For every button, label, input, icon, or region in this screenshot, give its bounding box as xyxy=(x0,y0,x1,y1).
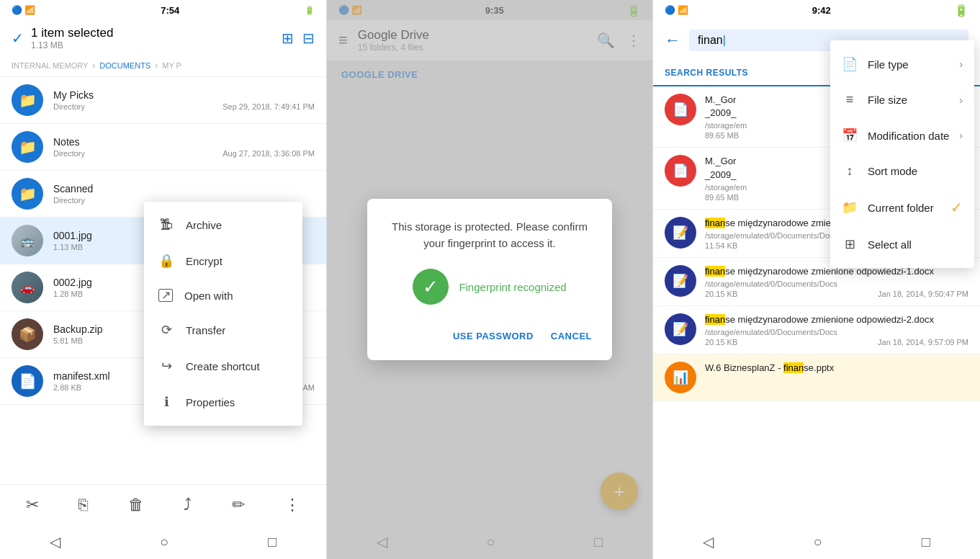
file-size: 1.28 MB xyxy=(53,290,83,298)
menu-label-transfer: Transfer xyxy=(186,324,225,336)
file-info-mypicks: My Picks Directory Sep 29, 2018, 7:49:41… xyxy=(53,89,315,111)
dd-item-modification-date[interactable]: 📅 Modification date › xyxy=(830,117,974,153)
arrow-icon: › xyxy=(959,94,963,106)
highlight-text: finan xyxy=(705,218,725,228)
file-size: 2.88 KB xyxy=(53,383,81,392)
menu-item-encrypt[interactable]: 🔒 Encrypt xyxy=(144,243,302,279)
dd-label-select-all: Select all xyxy=(868,238,912,251)
fingerprint-dialog: This storage is protected. Please confir… xyxy=(367,199,612,360)
menu-item-transfer[interactable]: ⟳ Transfer xyxy=(144,312,302,348)
image-thumb-0002: 🚗 xyxy=(12,272,43,303)
menu-label-properties: Properties xyxy=(186,396,235,408)
selected-size: 1.13 MB xyxy=(31,40,113,50)
highlight-text: finan xyxy=(705,266,725,277)
panel3: 🔵 📶 9:42 🔋 ← finan| SEARCH RESULTS 📄 M._… xyxy=(653,0,980,559)
folder-icon-dd: 📁 xyxy=(842,200,858,215)
menu-label-archive: Archive xyxy=(186,219,222,231)
delete-icon[interactable]: 🗑 xyxy=(128,496,144,514)
cancel-button[interactable]: CANCEL xyxy=(548,325,595,347)
file-name: My Picks xyxy=(53,89,315,101)
dd-label-file-size: File size xyxy=(868,94,907,106)
selection-info: 1 item selected 1.13 MB xyxy=(31,26,113,50)
highlight-text: finan xyxy=(783,362,804,373)
dd-item-sort-mode[interactable]: ↕ Sort mode xyxy=(830,153,974,189)
dd-label-current-folder: Current folder xyxy=(868,202,934,214)
folder-icon-notes: 📁 xyxy=(12,131,43,163)
menu-item-archive[interactable]: 🗜 Archive xyxy=(144,207,302,243)
use-password-button[interactable]: USE PASSWORD xyxy=(450,325,536,347)
copy-icon[interactable]: ⎘ xyxy=(78,496,88,514)
ppt-avatar-6: 📊 xyxy=(665,362,696,393)
more-icon[interactable]: ⋮ xyxy=(284,496,300,514)
file-type: Directory xyxy=(53,102,85,111)
arrow-icon: › xyxy=(959,58,963,70)
breadcrumb-documents[interactable]: DOCUMENTS xyxy=(99,61,150,70)
recents-nav-icon[interactable]: □ xyxy=(268,534,277,550)
edit-icon[interactable]: ✏ xyxy=(232,496,245,514)
back-nav-icon-3[interactable]: ◁ xyxy=(703,533,714,550)
result-meta-5: 20.15 KB Jan 18, 2014, 9:57:09 PM xyxy=(705,338,968,346)
image-thumb-0001: 🚌 xyxy=(12,225,43,256)
dd-left: ≡ File size xyxy=(842,92,907,107)
bottom-toolbar: ✂ ⎘ 🗑 ⤴ ✏ ⋮ xyxy=(0,484,326,524)
fingerprint-success-icon: ✓ xyxy=(413,269,449,305)
file-date: Aug 27, 2018, 3:36:08 PM xyxy=(222,149,315,158)
cut-icon[interactable]: ✂ xyxy=(26,496,39,514)
doc-avatar-3: 📝 xyxy=(665,217,696,249)
dd-left: ↕ Sort mode xyxy=(842,164,917,179)
result-name-5: finanse międzynarodowe zmienione odpowie… xyxy=(705,313,968,326)
breadcrumb-myp[interactable]: MY P xyxy=(162,61,181,70)
select-all-icon[interactable]: ⊟ xyxy=(302,30,315,47)
fingerprint-status: Fingerprint recognized xyxy=(459,281,566,293)
dd-left: ⊞ Select all xyxy=(842,236,912,252)
context-menu: 🗜 Archive 🔒 Encrypt ↗ Open with ⟳ Transf… xyxy=(144,202,302,426)
file-type: Directory xyxy=(53,149,85,158)
p1-header-actions: ⊞ ⊟ xyxy=(282,30,315,47)
dd-item-select-all[interactable]: ⊞ Select all xyxy=(830,226,974,262)
home-nav-icon-3[interactable]: ○ xyxy=(813,534,822,550)
encrypt-icon: 🔒 xyxy=(158,253,174,269)
dd-left: 📁 Current folder xyxy=(842,200,934,215)
grid-view-icon[interactable]: ⊞ xyxy=(282,30,294,47)
dialog-message: This storage is protected. Please confir… xyxy=(385,219,595,251)
file-type: Directory xyxy=(53,196,85,205)
dd-item-current-folder[interactable]: 📁 Current folder ✓ xyxy=(830,189,974,226)
share-icon[interactable]: ⤴ xyxy=(184,496,192,514)
dd-item-file-size[interactable]: ≡ File size › xyxy=(830,82,974,117)
back-button[interactable]: ← xyxy=(665,31,680,50)
archive-icon: 🗜 xyxy=(158,218,174,233)
battery-3: 🔋 xyxy=(954,4,968,17)
result-info-5: finanse międzynarodowe zmienione odpowie… xyxy=(705,313,968,346)
file-size-icon: ≡ xyxy=(842,92,858,107)
list-item[interactable]: 📁 My Picks Directory Sep 29, 2018, 7:49:… xyxy=(0,77,326,124)
back-nav-icon[interactable]: ◁ xyxy=(50,533,60,550)
menu-item-create-shortcut[interactable]: ↪ Create shortcut xyxy=(144,348,302,384)
breadcrumb-internal[interactable]: INTERNAL MEMORY xyxy=(12,61,88,70)
zip-icon: 📦 xyxy=(12,318,43,350)
file-size: 89.65 MB xyxy=(705,131,739,140)
status-icons-left: 🔵 📶 xyxy=(12,5,35,15)
list-item[interactable]: 📁 Notes Directory Aug 27, 2018, 3:36:08 … xyxy=(0,124,326,171)
result-item[interactable]: 📊 W.6 BiznesplanZ - finanse.pptx xyxy=(653,354,980,401)
arrow-icon: › xyxy=(959,130,963,141)
menu-item-properties[interactable]: ℹ Properties xyxy=(144,384,302,420)
file-size: 5.81 MB xyxy=(53,336,83,345)
calendar-icon: 📅 xyxy=(842,128,858,143)
pdf-avatar-2: 📄 xyxy=(665,155,696,187)
nav-bar-1: ◁ ○ □ xyxy=(0,524,326,559)
home-nav-icon[interactable]: ○ xyxy=(160,534,168,550)
result-path-5: /storage/emulated/0/Documents/Docs xyxy=(705,328,968,336)
file-name: Notes xyxy=(53,136,315,148)
selected-count: 1 item selected xyxy=(31,26,113,40)
dropdown-menu: 📄 File type › ≡ File size › 📅 Modificati… xyxy=(830,40,974,268)
nav-bar-3: ◁ ○ □ xyxy=(653,524,980,559)
file-size: 20.15 KB xyxy=(705,290,737,298)
menu-item-open-with[interactable]: ↗ Open with xyxy=(144,279,302,312)
file-size: 89.65 MB xyxy=(705,193,739,202)
dd-item-file-type[interactable]: 📄 File type › xyxy=(830,46,974,82)
breadcrumb: INTERNAL MEMORY › DOCUMENTS › MY P xyxy=(0,55,326,77)
recents-nav-icon-3[interactable]: □ xyxy=(922,534,930,550)
file-size: 20.15 KB xyxy=(705,338,737,346)
result-item[interactable]: 📝 finanse międzynarodowe zmienione odpow… xyxy=(653,306,980,354)
file-date: Sep 29, 2018, 7:49:41 PM xyxy=(222,102,315,111)
